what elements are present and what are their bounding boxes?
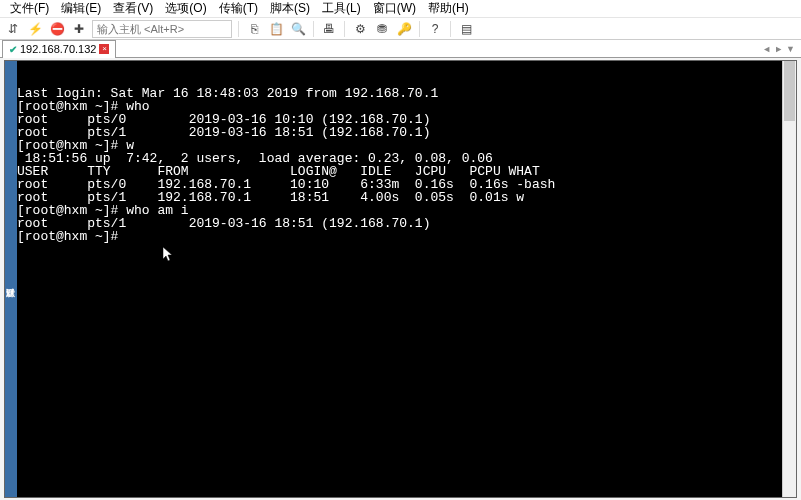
toolbar-separator: [238, 21, 239, 37]
menu-window[interactable]: 窗口(W): [369, 0, 420, 17]
bolt-icon[interactable]: ⚡: [26, 20, 44, 38]
palette-icon[interactable]: ▤: [457, 20, 475, 38]
print-icon[interactable]: 🖶: [320, 20, 338, 38]
menu-options[interactable]: 选项(O): [161, 0, 210, 17]
tab-nav-right-icon[interactable]: ►: [774, 44, 783, 54]
main-toolbar: ⇵ ⚡ ⛔ ✚ ⎘ 📋 🔍 🖶 ⚙ ⛃ 🔑 ? ▤: [0, 18, 801, 40]
reconnect-icon[interactable]: ⇵: [4, 20, 22, 38]
menu-script[interactable]: 脚本(S): [266, 0, 314, 17]
tab-nav-down-icon[interactable]: ▼: [786, 44, 795, 54]
scrollbar-thumb[interactable]: [784, 61, 795, 121]
gear-icon[interactable]: ⚙: [351, 20, 369, 38]
terminal-scrollbar[interactable]: [782, 61, 796, 497]
tab-title: 192.168.70.132: [20, 43, 96, 55]
mouse-cursor-icon: [163, 247, 175, 263]
funnel-icon[interactable]: ⛃: [373, 20, 391, 38]
toolbar-separator: [419, 21, 420, 37]
menu-edit[interactable]: 编辑(E): [57, 0, 105, 17]
stop-icon[interactable]: ⛔: [48, 20, 66, 38]
toolbar-separator: [344, 21, 345, 37]
menu-file[interactable]: 文件(F): [6, 0, 53, 17]
menu-transfer[interactable]: 传输(T): [215, 0, 262, 17]
menu-help[interactable]: 帮助(H): [424, 0, 473, 17]
toolbar-separator: [313, 21, 314, 37]
terminal-container: 默认对译 Last login: Sat Mar 16 18:48:03 201…: [4, 60, 797, 498]
find-icon[interactable]: 🔍: [289, 20, 307, 38]
menu-tools[interactable]: 工具(L): [318, 0, 365, 17]
menu-view[interactable]: 查看(V): [109, 0, 157, 17]
terminal-output[interactable]: Last login: Sat Mar 16 18:48:03 2019 fro…: [17, 61, 782, 497]
tab-bar: ✔ 192.168.70.132 × ◄ ► ▼: [0, 40, 801, 58]
toolbar-separator: [450, 21, 451, 37]
tab-nav-left-icon[interactable]: ◄: [762, 44, 771, 54]
help-icon[interactable]: ?: [426, 20, 444, 38]
plus-icon[interactable]: ✚: [70, 20, 88, 38]
copy-icon[interactable]: ⎘: [245, 20, 263, 38]
session-tab[interactable]: ✔ 192.168.70.132 ×: [2, 40, 116, 58]
status-dot-icon: ✔: [9, 44, 17, 55]
tab-close-button[interactable]: ×: [99, 44, 109, 54]
paste-icon[interactable]: 📋: [267, 20, 285, 38]
tab-nav: ◄ ► ▼: [762, 44, 799, 54]
left-gutter-label: 默认对译: [5, 61, 17, 497]
menu-bar: 文件(F) 编辑(E) 查看(V) 选项(O) 传输(T) 脚本(S) 工具(L…: [0, 0, 801, 18]
svg-marker-0: [163, 247, 172, 261]
key-icon[interactable]: 🔑: [395, 20, 413, 38]
host-input[interactable]: [92, 20, 232, 38]
